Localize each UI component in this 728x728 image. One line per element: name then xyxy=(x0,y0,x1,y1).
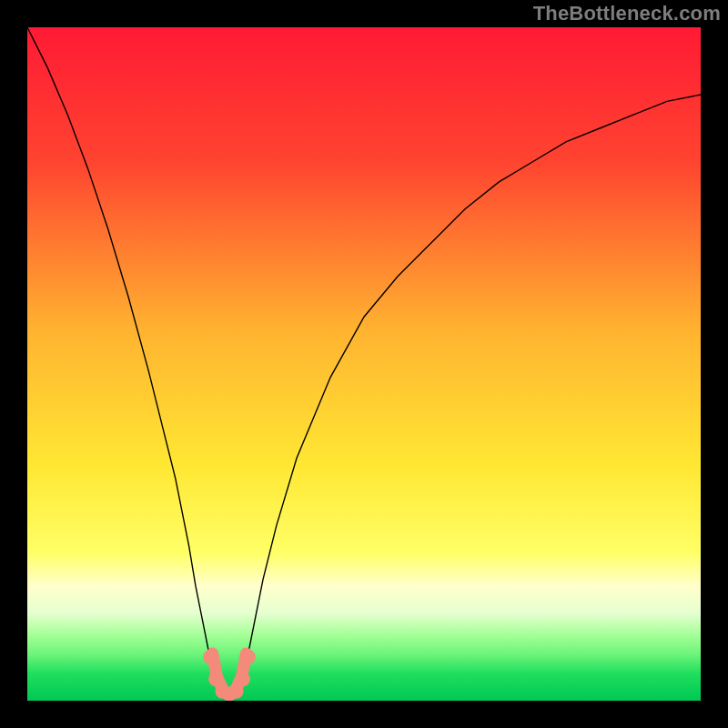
chart-frame: TheBottleneck.com xyxy=(0,0,728,728)
minimum-dot xyxy=(241,650,256,664)
minimum-dot xyxy=(203,650,217,664)
plot-area xyxy=(27,27,701,701)
minimum-dot xyxy=(236,672,250,686)
bottleneck-chart xyxy=(27,27,701,701)
watermark-text: TheBottleneck.com xyxy=(533,2,721,25)
